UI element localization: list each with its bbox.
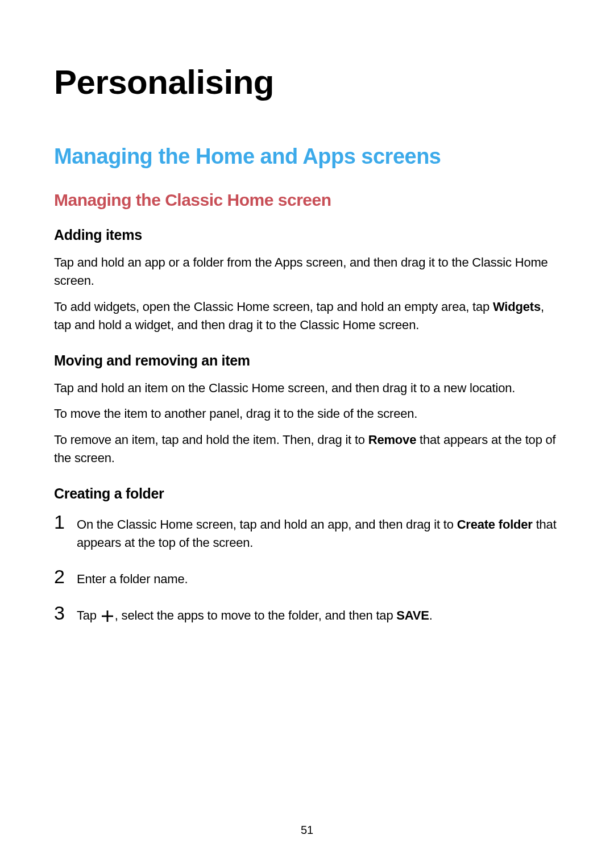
- body-text-fragment: To add widgets, open the Classic Home sc…: [54, 300, 493, 314]
- subsection-heading-moving-removing: Moving and removing an item: [54, 352, 560, 369]
- body-text-fragment: , select the apps to move to the folder,…: [115, 608, 397, 622]
- section-heading-h3: Managing the Classic Home screen: [54, 190, 560, 210]
- bold-term-widgets: Widgets: [493, 300, 541, 314]
- body-text: To add widgets, open the Classic Home sc…: [54, 298, 560, 334]
- section-heading-h2: Managing the Home and Apps screens: [54, 144, 560, 169]
- list-item: 3 Tap , select the apps to move to the f…: [54, 603, 560, 625]
- subsection-heading-creating-folder: Creating a folder: [54, 485, 560, 502]
- list-body: Tap , select the apps to move to the fol…: [77, 603, 560, 625]
- body-text: To remove an item, tap and hold the item…: [54, 431, 560, 467]
- body-text: Tap and hold an app or a folder from the…: [54, 254, 560, 290]
- bold-term-create-folder: Create folder: [457, 517, 533, 531]
- page-title: Personalising: [54, 63, 560, 102]
- bold-term-save: SAVE: [396, 608, 429, 622]
- page-number: 51: [0, 824, 614, 837]
- body-text-fragment: .: [429, 608, 433, 622]
- body-text-fragment: Tap: [77, 608, 100, 622]
- body-text-fragment: To remove an item, tap and hold the item…: [54, 433, 368, 447]
- subsection-heading-adding-items: Adding items: [54, 227, 560, 243]
- list-number: 2: [54, 567, 67, 586]
- list-item: 2 Enter a folder name.: [54, 567, 560, 588]
- list-item: 1 On the Classic Home screen, tap and ho…: [54, 512, 560, 552]
- list-number: 3: [54, 603, 67, 622]
- list-number: 1: [54, 512, 67, 531]
- list-body: On the Classic Home screen, tap and hold…: [77, 512, 560, 552]
- body-text: Tap and hold an item on the Classic Home…: [54, 379, 560, 397]
- list-body: Enter a folder name.: [77, 567, 560, 588]
- body-text-fragment: On the Classic Home screen, tap and hold…: [77, 517, 457, 531]
- ordered-list: 1 On the Classic Home screen, tap and ho…: [54, 512, 560, 625]
- body-text: To move the item to another panel, drag …: [54, 405, 560, 423]
- bold-term-remove: Remove: [368, 433, 416, 447]
- plus-icon: [101, 610, 114, 622]
